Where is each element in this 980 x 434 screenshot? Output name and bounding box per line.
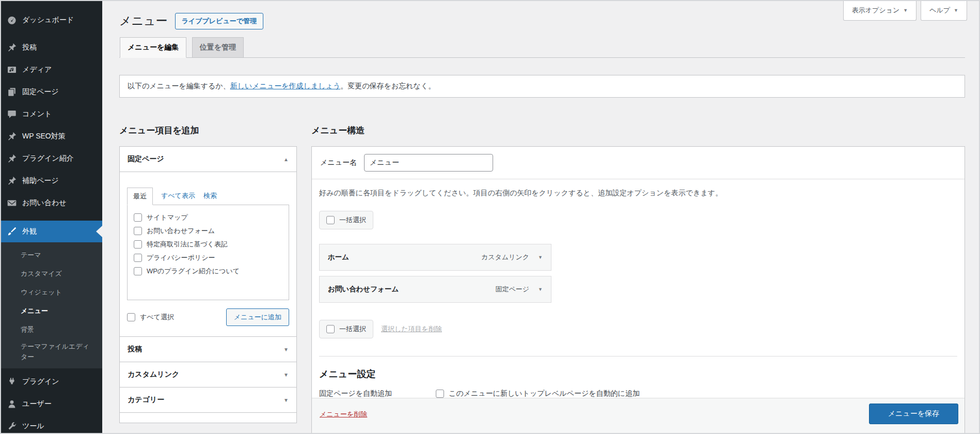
- page-item-label: サイトマップ: [147, 213, 188, 222]
- tab-view-all[interactable]: すべて表示: [161, 191, 195, 205]
- sidebar-item-label: 固定ページ: [22, 87, 59, 97]
- create-new-menu-link[interactable]: 新しいメニューを作成しましょう: [230, 82, 341, 90]
- menu-item-type: カスタムリンク: [481, 253, 529, 262]
- sidebar-item-media[interactable]: メディア: [1, 58, 102, 81]
- select-all-checkbox[interactable]: [127, 313, 135, 321]
- screen-options-button[interactable]: 表示オプション ▼: [843, 1, 916, 21]
- checkbox[interactable]: [134, 254, 142, 262]
- wrench-icon: [7, 421, 17, 431]
- admin-sidebar: ダッシュボード 投稿 メディア 固定ページ コメント: [1, 1, 102, 433]
- media-icon: [7, 65, 17, 75]
- page-item-label: プライバシーポリシー: [147, 253, 215, 262]
- bulk-select-checkbox[interactable]: [326, 325, 335, 333]
- sidebar-item-contact[interactable]: お問い合わせ: [1, 192, 102, 214]
- settings-divider: [319, 356, 957, 357]
- submenu-item-customize[interactable]: カスタマイズ: [1, 265, 102, 283]
- pages-icon: [7, 87, 17, 97]
- accordion-section-clipped: [120, 412, 296, 423]
- checkbox[interactable]: [134, 240, 142, 249]
- save-menu-button[interactable]: メニューを保存: [869, 404, 958, 424]
- chevron-up-icon: ▲: [283, 157, 289, 162]
- posts-section-header[interactable]: 投稿 ▼: [120, 337, 296, 362]
- sidebar-item-label: ダッシュボード: [22, 16, 74, 25]
- delete-menu-link[interactable]: メニューを削除: [320, 410, 367, 419]
- menu-edit-panel: メニュー名 好みの順番に各項目をドラッグしてください。項目の右側の矢印をクリック…: [311, 146, 965, 434]
- menu-name-input[interactable]: [364, 154, 493, 172]
- sidebar-item-appearance[interactable]: 外観: [1, 221, 102, 242]
- sidebar-item-pages[interactable]: 固定ページ: [1, 81, 102, 103]
- mail-icon: [7, 198, 17, 208]
- checkbox[interactable]: [134, 267, 142, 275]
- live-preview-button[interactable]: ライブプレビューで管理: [175, 13, 263, 29]
- sidebar-item-comments[interactable]: コメント: [1, 103, 102, 125]
- sidebar-item-plugin-intro[interactable]: プラグイン紹介: [1, 147, 102, 169]
- tab-edit-menus[interactable]: メニューを編集: [120, 37, 186, 58]
- bulk-select-label: 一括選択: [339, 324, 366, 334]
- bulk-select-top: 一括選択: [319, 211, 373, 229]
- screen-options-label: 表示オプション: [852, 6, 900, 15]
- pin-icon: [7, 153, 17, 164]
- pages-section-title: 固定ページ: [128, 154, 164, 164]
- submenu-item-background[interactable]: 背景: [1, 320, 102, 339]
- page-checkbox-item: サイトマップ: [134, 213, 283, 222]
- tab-most-recent[interactable]: 最近: [127, 188, 153, 205]
- submenu-item-widgets[interactable]: ウィジェット: [1, 283, 102, 302]
- bulk-select-checkbox[interactable]: [326, 216, 335, 224]
- sidebar-item-label: コメント: [22, 110, 52, 119]
- appearance-submenu: テーマ カスタマイズ ウィジェット メニュー 背景 テーマファイルエディター: [1, 242, 102, 368]
- pages-section-header[interactable]: 固定ページ ▲: [120, 147, 296, 172]
- submenu-item-menus[interactable]: メニュー: [1, 302, 102, 320]
- help-button[interactable]: ヘルプ ▼: [921, 1, 967, 21]
- page-checkbox-item: お問い合わせフォーム: [134, 226, 283, 235]
- sidebar-item-plugins[interactable]: プラグイン: [1, 370, 102, 393]
- notice-text: 。変更の保存をお忘れなく。: [340, 82, 435, 90]
- sidebar-item-tools[interactable]: ツール: [1, 415, 102, 434]
- accordion-section-pages: 固定ページ ▲ 最近 すべて表示 検索: [120, 147, 296, 336]
- custom-links-section-header[interactable]: カスタムリンク ▼: [120, 362, 296, 387]
- sidebar-item-auxiliary-pages[interactable]: 補助ページ: [1, 169, 102, 192]
- expand-arrow-icon[interactable]: ▼: [538, 255, 543, 260]
- sidebar-separator: [1, 31, 102, 36]
- publishing-actions-footer: メニューを削除 メニューを保存: [312, 398, 965, 434]
- checkbox[interactable]: [134, 213, 142, 222]
- remove-selected-link[interactable]: 選択した項目を削除: [381, 324, 442, 334]
- pin-icon: [7, 131, 17, 142]
- tab-search[interactable]: 検索: [203, 191, 217, 205]
- sidebar-item-posts[interactable]: 投稿: [1, 36, 102, 58]
- chevron-down-icon: ▼: [283, 347, 289, 352]
- help-label: ヘルプ: [929, 6, 950, 15]
- pages-controls: すべて選択 メニューに追加: [127, 308, 289, 326]
- edit-menu-notice: 以下のメニューを編集するか、新しいメニューを作成しましょう。変更の保存をお忘れな…: [119, 75, 965, 98]
- sidebar-item-label: 外観: [22, 227, 37, 236]
- nav-tabs: メニューを編集 位置を管理: [119, 37, 965, 58]
- page-checkbox-item: WPのプラグイン紹介について: [134, 267, 283, 275]
- submenu-item-theme-file-editor[interactable]: テーマファイルエディター: [1, 339, 102, 364]
- menu-item-contact-form[interactable]: お問い合わせフォーム 固定ページ ▼: [319, 276, 551, 303]
- sidebar-item-wp-seo[interactable]: WP SEO対策: [1, 125, 102, 147]
- menu-item-home[interactable]: ホーム カスタムリンク ▼: [319, 244, 551, 271]
- wordpress-admin-window: ダッシュボード 投稿 メディア 固定ページ コメント: [0, 0, 980, 434]
- user-icon: [7, 399, 17, 409]
- checkbox[interactable]: [134, 227, 142, 235]
- sidebar-item-label: メディア: [22, 65, 52, 74]
- auto-add-checkbox[interactable]: [436, 390, 444, 398]
- add-items-title: メニュー項目を追加: [119, 125, 297, 136]
- select-all-control: すべて選択: [127, 313, 174, 322]
- add-to-menu-button[interactable]: メニューに追加: [226, 308, 289, 326]
- notice-text: 以下のメニューを編集するか、: [128, 82, 230, 90]
- sidebar-item-users[interactable]: ユーザー: [1, 393, 102, 415]
- menu-item-title: お問い合わせフォーム: [328, 285, 399, 294]
- submenu-item-themes[interactable]: テーマ: [1, 246, 102, 265]
- select-all-label: すべて選択: [140, 313, 174, 322]
- brush-icon: [7, 226, 17, 237]
- categories-section-header[interactable]: カテゴリー ▼: [120, 388, 296, 412]
- page-item-label: お問い合わせフォーム: [147, 226, 215, 235]
- expand-arrow-icon[interactable]: ▼: [538, 287, 543, 292]
- drag-instructions: 好みの順番に各項目をドラッグしてください。項目の右側の矢印をクリックすると、追加…: [319, 188, 957, 198]
- tab-manage-locations[interactable]: 位置を管理: [192, 37, 244, 58]
- add-items-accordion: 固定ページ ▲ 最近 すべて表示 検索: [119, 146, 297, 423]
- sidebar-item-dashboard[interactable]: ダッシュボード: [1, 9, 102, 31]
- accordion-section-custom-links: カスタムリンク ▼: [120, 362, 296, 387]
- sidebar-item-label: プラグイン: [22, 377, 59, 386]
- pages-checklist: サイトマップ お問い合わせフォーム 特定商取引法に基づく表記: [127, 205, 289, 300]
